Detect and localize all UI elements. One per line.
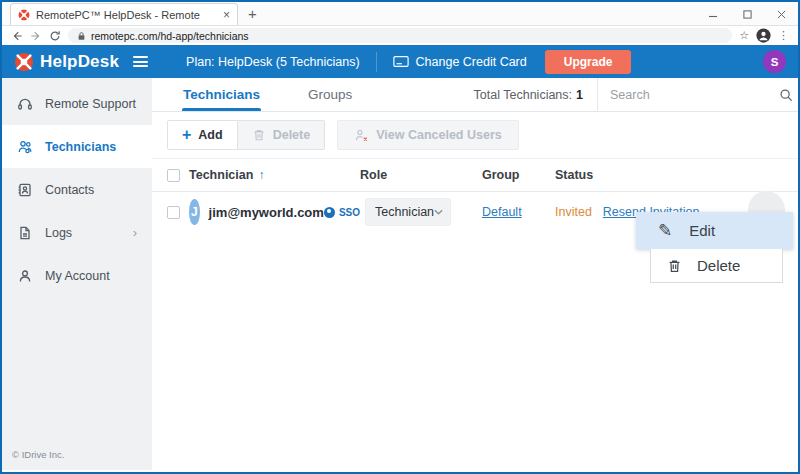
back-icon[interactable] bbox=[11, 30, 23, 42]
browser-urlbar: remotepc.com/hd-app/technicians ☆ ⋮ bbox=[2, 26, 798, 45]
sso-icon bbox=[324, 207, 335, 218]
table-header: Technician ↑ Role Group Status bbox=[152, 158, 798, 192]
sidebar-item-logs[interactable]: Logs › bbox=[2, 211, 152, 254]
delete-label: Delete bbox=[273, 128, 311, 142]
delete-button[interactable]: Delete bbox=[238, 120, 326, 150]
status-badge: Invited bbox=[555, 205, 592, 219]
upgrade-button[interactable]: Upgrade bbox=[545, 50, 632, 74]
new-tab-icon[interactable]: + bbox=[248, 5, 257, 22]
change-credit-card-label: Change Credit Card bbox=[416, 55, 527, 69]
search-box bbox=[598, 78, 798, 111]
delete-label: Delete bbox=[697, 257, 740, 274]
sidebar-item-label: My Account bbox=[45, 269, 110, 283]
technicians-icon bbox=[17, 139, 33, 155]
group-link[interactable]: Default bbox=[482, 205, 522, 219]
sidebar-item-label: Remote Support bbox=[45, 97, 136, 111]
sidebar-item-label: Contacts bbox=[45, 183, 94, 197]
column-label: Status bbox=[555, 168, 593, 182]
sidebar-item-my-account[interactable]: My Account bbox=[2, 254, 152, 297]
app-header: HelpDesk Plan: HelpDesk (5 Technicians) … bbox=[2, 45, 798, 78]
address-bar[interactable]: remotepc.com/hd-app/technicians bbox=[68, 28, 732, 43]
trash-icon bbox=[667, 258, 682, 274]
plan-label: Plan: HelpDesk (5 Technicians) bbox=[186, 55, 359, 69]
minimize-icon[interactable] bbox=[696, 2, 730, 26]
search-icon[interactable] bbox=[779, 88, 793, 102]
sidebar-item-remote-support[interactable]: Remote Support bbox=[2, 82, 152, 125]
column-role: Role bbox=[360, 168, 482, 182]
logs-icon bbox=[17, 225, 33, 241]
section-tabbar: Technicians Groups Total Technicians: 1 bbox=[152, 78, 798, 112]
total-value: 1 bbox=[576, 88, 583, 102]
headset-icon bbox=[17, 96, 33, 112]
role-value: Technician bbox=[375, 205, 434, 219]
sso-label: SSO bbox=[339, 207, 360, 218]
change-credit-card-button[interactable]: Change Credit Card bbox=[393, 55, 527, 69]
browser-window: RemotePC™ HelpDesk - Remote × + remotepc… bbox=[0, 0, 800, 474]
copyright-label: © IDrive Inc. bbox=[12, 449, 64, 460]
sso-badge: SSO bbox=[324, 207, 360, 218]
profile-avatar-icon[interactable] bbox=[756, 28, 771, 43]
browser-menu-icon[interactable]: ⋮ bbox=[778, 29, 789, 42]
add-label: Add bbox=[198, 128, 222, 142]
sidebar: Remote Support Technicians Contacts Logs… bbox=[2, 78, 152, 470]
refresh-icon[interactable] bbox=[49, 30, 61, 42]
favicon-helpdesk-icon bbox=[18, 9, 30, 21]
tab-groups[interactable]: Groups bbox=[307, 78, 353, 111]
technician-email: jim@myworld.com bbox=[209, 205, 324, 220]
lock-icon bbox=[77, 31, 86, 41]
bookmark-star-icon[interactable]: ☆ bbox=[739, 29, 749, 42]
tab-title: RemotePC™ HelpDesk - Remote bbox=[36, 9, 217, 21]
edit-label: Edit bbox=[689, 222, 715, 239]
tab-technicians[interactable]: Technicians bbox=[182, 78, 261, 111]
column-label: Technician bbox=[189, 168, 253, 182]
browser-titlebar: RemotePC™ HelpDesk - Remote × + bbox=[2, 2, 798, 26]
sidebar-item-label: Logs bbox=[45, 226, 72, 240]
toolbar: + Add Delete View Canceled Users bbox=[152, 112, 798, 158]
plus-icon: + bbox=[182, 127, 191, 143]
user-avatar[interactable]: S bbox=[763, 50, 786, 73]
window-controls bbox=[696, 2, 798, 26]
sidebar-item-technicians[interactable]: Technicians bbox=[2, 125, 152, 168]
view-canceled-label: View Canceled Users bbox=[376, 128, 502, 142]
logo-text: HelpDesk bbox=[40, 52, 119, 72]
search-input[interactable] bbox=[610, 88, 771, 102]
edit-icon: ✎ bbox=[658, 220, 672, 241]
browser-tab[interactable]: RemotePC™ HelpDesk - Remote × bbox=[10, 3, 238, 25]
chevron-right-icon: › bbox=[133, 225, 137, 240]
person-x-icon bbox=[354, 128, 369, 143]
sidebar-item-label: Technicians bbox=[45, 140, 116, 154]
helpdesk-logo: HelpDesk bbox=[14, 52, 119, 72]
credit-card-icon bbox=[393, 55, 409, 68]
sidebar-item-contacts[interactable]: Contacts bbox=[2, 168, 152, 211]
hamburger-menu-icon[interactable] bbox=[133, 56, 148, 67]
column-label: Role bbox=[360, 168, 387, 182]
close-window-icon[interactable] bbox=[764, 2, 798, 26]
url-text: remotepc.com/hd-app/technicians bbox=[91, 30, 249, 42]
trash-icon bbox=[252, 128, 266, 142]
select-all-checkbox[interactable] bbox=[167, 169, 180, 182]
context-menu-item-edit[interactable]: ✎ Edit bbox=[636, 212, 793, 249]
role-dropdown[interactable]: Technician bbox=[365, 198, 451, 226]
maximize-icon[interactable] bbox=[730, 2, 764, 26]
header-divider bbox=[376, 52, 377, 72]
chevron-down-icon bbox=[434, 209, 443, 215]
close-tab-icon[interactable]: × bbox=[223, 9, 230, 21]
row-checkbox[interactable] bbox=[167, 206, 180, 219]
person-icon bbox=[17, 268, 33, 284]
column-technician[interactable]: Technician ↑ bbox=[189, 168, 360, 182]
sort-ascending-icon[interactable]: ↑ bbox=[258, 168, 264, 182]
contacts-icon bbox=[17, 182, 33, 198]
column-label: Group bbox=[482, 168, 520, 182]
context-menu-item-delete[interactable]: Delete bbox=[650, 249, 783, 283]
column-status: Status bbox=[555, 168, 798, 182]
total-technicians: Total Technicians: 1 bbox=[474, 78, 597, 111]
forward-icon[interactable] bbox=[30, 30, 42, 42]
lifering-icon bbox=[14, 52, 34, 72]
technician-avatar: J bbox=[189, 199, 200, 225]
view-canceled-users-button[interactable]: View Canceled Users bbox=[337, 120, 519, 150]
add-button[interactable]: + Add bbox=[167, 120, 238, 150]
total-label: Total Technicians: bbox=[474, 88, 572, 102]
column-group: Group bbox=[482, 168, 555, 182]
